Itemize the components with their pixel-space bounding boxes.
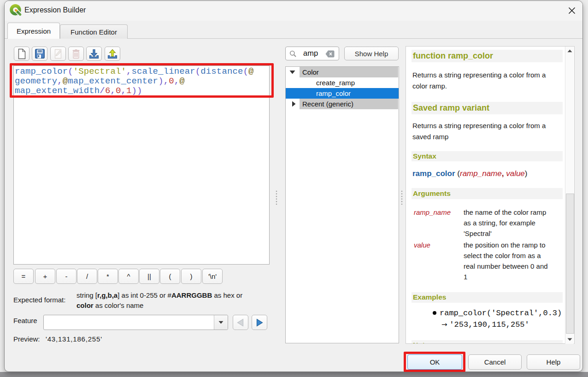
tree-row-recent-generic[interactable]: Recent (generic) (286, 99, 399, 109)
operator-button-newline[interactable]: '\n' (202, 269, 223, 284)
save-expression-button[interactable] (32, 47, 47, 61)
qgis-logo-icon (9, 3, 23, 17)
feature-label: Feature (13, 317, 37, 324)
file-new-icon (17, 48, 27, 59)
bullet-icon (433, 311, 436, 315)
scroll-down-icon (567, 338, 572, 341)
help-function-description: Returns a string representing a color fr… (412, 70, 562, 92)
preview-value: '43,131,186,255' (46, 335, 102, 343)
feature-combobox[interactable] (43, 315, 228, 330)
edit-pencil-icon (53, 48, 63, 59)
expression-builder-screen: Expression Builder Function Editor Expre… (0, 0, 588, 377)
feature-combobox-dropdown[interactable] (214, 315, 228, 330)
scrollbar-thumb[interactable] (566, 194, 574, 334)
annotation-rectangle-expression (10, 63, 274, 98)
tab-expression[interactable]: Expression (7, 23, 60, 39)
splitter-handle-right[interactable] (401, 190, 403, 205)
scroll-up-button[interactable] (565, 47, 574, 55)
preview-label: Preview: (13, 335, 40, 343)
operator-button-multiply[interactable]: * (98, 269, 118, 284)
tab-function-editor[interactable]: Function Editor (60, 24, 128, 39)
cancel-button[interactable]: Cancel (468, 354, 522, 370)
scroll-up-icon (567, 49, 572, 53)
help-examples-heading: Examples (413, 293, 446, 301)
help-examples-list: ramp_color('Spectral',0.3)→ '253,190,115… (440, 307, 562, 330)
operator-button-close-paren[interactable]: ) (181, 269, 201, 284)
operator-button-minus[interactable]: - (56, 269, 76, 284)
example-expression: ramp_color('Spectral',0.3) (440, 307, 562, 319)
help-variant-title: Saved ramp variant (413, 103, 489, 113)
help-scrollbar[interactable] (565, 47, 574, 344)
new-expression-button[interactable] (14, 47, 29, 61)
tree-row-color[interactable]: Color (286, 67, 399, 77)
arrow-right-icon (256, 318, 263, 327)
argument-name: value (414, 240, 464, 282)
arrow-left-icon (237, 318, 244, 327)
dialog-titlebar[interactable] (5, 1, 582, 21)
help-arguments-table: ramp_namethe name of the color ramp as a… (414, 207, 550, 282)
search-icon (289, 50, 297, 58)
import-icon (88, 48, 100, 59)
tree-row-create-ramp[interactable]: create_ramp (286, 77, 399, 88)
clear-search-icon[interactable] (325, 50, 335, 58)
export-icon (107, 48, 118, 59)
help-syntax-line: ramp_color (ramp_name, value) (412, 169, 527, 178)
argument-name: ramp_name (414, 207, 464, 239)
help-variant-description: Returns a string representing a color fr… (412, 120, 562, 142)
tree-expanded-icon[interactable] (289, 70, 295, 74)
help-panel: function ramp_color Returns a string rep… (406, 46, 575, 344)
splitter-handle-left[interactable] (276, 190, 277, 205)
desktop-background (0, 372, 588, 377)
show-help-button[interactable]: Show Help (344, 47, 399, 60)
dialog-title: Expression Builder (24, 6, 86, 14)
delete-expression-button[interactable] (68, 47, 84, 61)
help-button[interactable]: Help (527, 354, 580, 370)
close-button[interactable] (566, 5, 578, 16)
example-result: → '253,190,115,255' (440, 319, 562, 330)
close-icon (568, 7, 576, 14)
chevron-down-icon (218, 321, 223, 324)
argument-description: the name of the color ramp as a string, … (464, 207, 550, 239)
function-tree[interactable]: Colorcreate_rampramp_colorRecent (generi… (285, 66, 399, 343)
import-expressions-button[interactable] (86, 47, 102, 61)
expected-format-label: Expected format: (13, 296, 65, 304)
operator-button-divide[interactable]: / (77, 269, 97, 284)
help-notes-heading: Notes (413, 341, 433, 344)
tree-collapsed-icon[interactable] (292, 101, 296, 107)
next-feature-button[interactable] (252, 315, 267, 330)
edit-expression-button[interactable] (50, 47, 66, 61)
operator-button-power[interactable]: ^ (118, 269, 139, 284)
help-syntax-heading: Syntax (413, 152, 436, 160)
help-notes-band (412, 340, 563, 344)
operator-button-open-paren[interactable]: ( (160, 269, 180, 284)
argument-description: the position on the ramp to select the c… (464, 240, 550, 282)
annotation-rectangle-ok (404, 352, 465, 372)
help-function-title: function ramp_color (413, 51, 493, 61)
search-value: amp (303, 49, 318, 58)
arrow-right-result-icon: → (441, 320, 449, 329)
export-expressions-button[interactable] (105, 47, 120, 61)
operator-button-concat[interactable]: || (139, 269, 159, 284)
expected-format-line2: color as color's name (76, 301, 143, 309)
expected-format-line1: string [r,g,b,a] as int 0-255 or #AARRGG… (76, 291, 242, 299)
trash-icon (71, 48, 81, 59)
tree-row-ramp-color[interactable]: ramp_color (286, 88, 399, 99)
save-icon (35, 48, 45, 59)
help-arguments-heading: Arguments (413, 189, 451, 198)
previous-feature-button[interactable] (233, 315, 248, 330)
operator-button-plus[interactable]: + (35, 269, 55, 284)
scroll-down-button[interactable] (565, 335, 574, 344)
operator-button-equals[interactable]: = (13, 269, 34, 284)
